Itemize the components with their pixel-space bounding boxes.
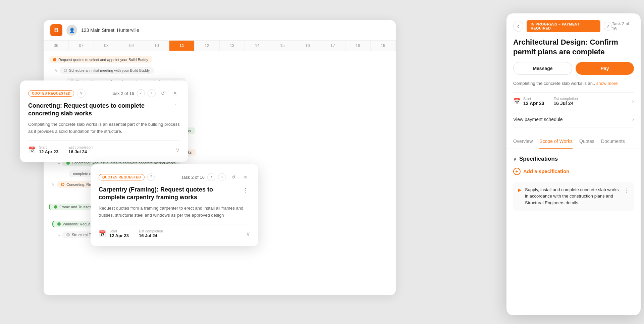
carpentry-help-btn[interactable]: ?: [147, 173, 155, 181]
panel-help-btn[interactable]: ?: [604, 22, 612, 31]
carpentry-next-btn[interactable]: ›: [218, 173, 226, 181]
panel-start-block: Start 12 Apr 23: [523, 97, 544, 106]
card-concreting: QUOTES REQUESTED ? Task 2 of 16 ‹ › ↺ ✕ …: [20, 80, 188, 162]
concreting-start-label: Start: [39, 145, 58, 149]
concreting-nav: Task 2 of 16 ‹ › ↺ ✕: [111, 89, 180, 98]
concreting-prev-btn[interactable]: ‹: [137, 89, 145, 97]
spec-menu-icon[interactable]: ⋮: [623, 186, 629, 194]
col-13: 13: [220, 41, 245, 51]
specs-header: ∨ Specifications: [513, 156, 634, 162]
panel-completion-block: Est completion 16 Jul 24: [554, 97, 578, 106]
panel-actions: Message Pay: [513, 62, 634, 75]
col-10: 10: [144, 41, 169, 51]
col-16: 16: [295, 41, 320, 51]
concreting-card-header: QUOTES REQUESTED ? Task 2 of 16 ‹ › ↺ ✕: [28, 89, 180, 98]
carpentry-chevron-icon[interactable]: ∨: [246, 230, 250, 237]
concreting-more-btn[interactable]: ⋮: [170, 102, 180, 111]
concreting-dates: 📅 Start 12 Apr 23 Est completion 16 Jul …: [28, 140, 180, 154]
concreting-completion-label: Est completion: [68, 145, 93, 149]
panel-header: ‹ IN PROGRESS – PAYMENT REQUIRED ? Task …: [506, 13, 641, 133]
gantt-row-2: ↳ Schedule an initial meeting with your …: [44, 65, 396, 76]
gantt-address: 123 Main Street, Hunterville: [81, 28, 139, 33]
concreting-undo-btn[interactable]: ↺: [158, 89, 168, 98]
col-15: 15: [270, 41, 295, 51]
carpentry-prev-btn[interactable]: ‹: [207, 173, 215, 181]
panel-completion-label: Est completion: [554, 97, 578, 101]
concreting-cal-icon: 📅: [28, 146, 36, 154]
panel-tabs: Overview Scope of Works Quotes Documents: [506, 133, 641, 149]
panel-title: Architectural Design: Confirm permit pla…: [513, 38, 634, 57]
gantt-task-2: Schedule an initial meeting with your Bu…: [69, 68, 150, 72]
carpentry-close-btn[interactable]: ✕: [241, 172, 250, 182]
col-19: 19: [371, 41, 396, 51]
concreting-chevron-icon[interactable]: ∨: [175, 146, 180, 154]
concreting-badge: QUOTES REQUESTED: [28, 90, 74, 97]
carpentry-desc: Request quotes from a framing carpenter …: [99, 205, 250, 219]
pay-button[interactable]: Pay: [576, 62, 634, 75]
carpentry-card-header: QUOTES REQUESTED ? Task 2 of 16 ‹ › ↺ ✕: [99, 172, 250, 182]
carpentry-start-label: Start: [109, 229, 129, 233]
col-07: 07: [69, 41, 94, 51]
tab-scope-of-works[interactable]: Scope of Works: [539, 139, 573, 149]
carpentry-dates: 📅 Start 12 Apr 23 Est completion 16 Jul …: [99, 224, 250, 238]
carpentry-completion-value: 16 Jul 24: [139, 233, 163, 238]
carpentry-task-counter: Task 2 of 16: [181, 175, 205, 180]
gantt-task-1: Request quotes to select and appoint you…: [58, 58, 148, 62]
concreting-completion-block: Est completion 16 Jul 24: [68, 145, 93, 154]
col-17: 17: [320, 41, 345, 51]
carpentry-start-block: Start 12 Apr 23: [109, 229, 129, 238]
user-avatar: 👤: [66, 25, 77, 36]
panel-description: Completing the concrete slab works is an…: [513, 80, 634, 87]
scope-content: ∨ Specifications + Add a specification ▶…: [506, 149, 641, 218]
carpentry-nav: Task 2 of 16 ‹ › ↺ ✕: [181, 172, 250, 182]
carpentry-more-btn[interactable]: ⋮: [241, 186, 250, 195]
carpentry-cal-icon: 📅: [99, 230, 106, 237]
col-08: 08: [94, 41, 119, 51]
concreting-completion-value: 16 Jul 24: [68, 149, 93, 154]
view-payment-schedule[interactable]: View payment schedule ›: [513, 112, 634, 127]
panel-start-value: 12 Apr 23: [523, 101, 544, 106]
message-button[interactable]: Message: [513, 62, 572, 75]
concreting-task-counter: Task 2 of 16: [111, 91, 134, 96]
gantt-header: B 👤 123 Main Street, Hunterville: [44, 20, 396, 41]
col-09: 09: [119, 41, 144, 51]
view-payment-chevron-icon: ›: [632, 116, 634, 122]
spec-item-1: ▶ Supply, install and complete concrete …: [513, 182, 634, 211]
card-carpentry: QUOTES REQUESTED ? Task 2 of 16 ‹ › ↺ ✕ …: [91, 164, 258, 246]
view-payment-text: View payment schedule: [513, 117, 563, 122]
concreting-help-btn[interactable]: ?: [77, 89, 86, 98]
app-logo: B: [50, 24, 62, 36]
carpentry-start-value: 12 Apr 23: [109, 233, 129, 238]
tab-overview[interactable]: Overview: [513, 139, 533, 149]
col-18: 18: [345, 41, 371, 51]
add-specification-btn[interactable]: + Add a specification: [513, 168, 634, 175]
specs-chevron-icon[interactable]: ∨: [513, 156, 517, 162]
panel-back-btn[interactable]: ‹: [513, 21, 523, 32]
tab-quotes[interactable]: Quotes: [579, 139, 594, 149]
concreting-close-btn[interactable]: ✕: [170, 89, 180, 98]
panel-start-label: Start: [523, 97, 544, 101]
spec-text: Supply, install and complete concrete sl…: [525, 186, 620, 206]
carpentry-undo-btn[interactable]: ↺: [229, 172, 238, 182]
status-badge: IN PROGRESS – PAYMENT REQUIRED: [527, 20, 600, 32]
gantt-row-1: Request quotes to select and appoint you…: [44, 54, 396, 65]
concreting-desc: Completing the concrete slab works is an…: [28, 121, 180, 135]
panel-dates-chevron-icon[interactable]: ›: [632, 98, 634, 104]
carpentry-badge: QUOTES REQUESTED: [99, 174, 145, 180]
add-spec-plus-icon: +: [513, 168, 521, 175]
concreting-next-btn[interactable]: ›: [148, 89, 156, 97]
panel-task-counter: Task 2 of 16: [612, 21, 634, 31]
col-11-active: 11: [169, 41, 195, 51]
col-06: 06: [44, 41, 69, 51]
specs-title: Specifications: [519, 156, 558, 162]
add-spec-label: Add a specification: [523, 168, 570, 174]
concreting-start-value: 12 Apr 23: [39, 149, 58, 154]
spec-play-icon: ▶: [518, 187, 522, 193]
panel-cal-icon: 📅: [513, 98, 521, 105]
show-more-link[interactable]: show more: [596, 81, 618, 86]
tab-documents[interactable]: Documents: [601, 139, 625, 149]
panel-completion-value: 16 Jul 24: [554, 101, 578, 106]
gantt-columns: 06 07 08 09 10 11 12 13 14 15 16 17 18 1…: [44, 41, 396, 51]
col-14: 14: [245, 41, 270, 51]
carpentry-title: Carpentry (Framing): Request quotes to c…: [99, 186, 235, 202]
